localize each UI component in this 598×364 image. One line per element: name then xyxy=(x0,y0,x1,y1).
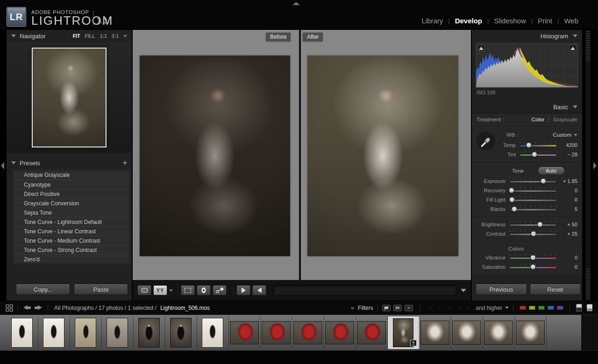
snapshot-dropdown[interactable] xyxy=(273,285,457,296)
slider-value[interactable]: − 28 xyxy=(557,152,577,157)
slider-value[interactable]: + 1.85 xyxy=(557,178,577,184)
slider-value[interactable]: 0 xyxy=(557,197,577,203)
presets-header[interactable]: Presets + xyxy=(7,157,132,169)
collapse-top-panel-arrow-icon[interactable] xyxy=(292,2,300,5)
right-panel-scrollbar[interactable] xyxy=(585,30,591,301)
slider-value[interactable]: 0 xyxy=(557,255,577,260)
paste-button[interactable]: Paste xyxy=(74,284,128,295)
slider-track[interactable] xyxy=(520,154,557,156)
basic-header[interactable]: Basic xyxy=(472,101,582,113)
chevrons-icon[interactable]: » xyxy=(351,304,354,311)
filter-toggle-switch-icon[interactable] xyxy=(576,304,582,312)
copy-button[interactable]: Copy... xyxy=(16,284,70,295)
module-slideshow[interactable]: Slideshow xyxy=(493,17,527,25)
color-label-swatch[interactable] xyxy=(520,306,526,310)
slider-track[interactable] xyxy=(509,189,557,192)
slider-value[interactable]: + 25 xyxy=(557,231,577,237)
color-label-swatch[interactable] xyxy=(538,306,545,310)
disclosure-triangle-icon[interactable] xyxy=(573,105,577,108)
filmstrip-thumbnail[interactable] xyxy=(134,316,165,349)
filmstrip-thumbnail[interactable] xyxy=(483,316,515,349)
navigator-preview-image[interactable] xyxy=(32,48,107,147)
filmstrip-thumbnail[interactable] xyxy=(7,316,38,349)
slider-track[interactable] xyxy=(509,199,557,202)
zoom-mode-fit[interactable]: FIT xyxy=(73,33,80,39)
filmstrip-panel-icon[interactable] xyxy=(587,304,592,311)
slider-thumb[interactable] xyxy=(509,197,515,203)
copy-settings-right-button[interactable] xyxy=(236,285,250,295)
flag-unflagged-filter-icon[interactable] xyxy=(393,305,402,311)
treatment-color-option[interactable]: Color xyxy=(532,117,544,122)
collapse-left-panel-arrow-icon[interactable] xyxy=(1,162,4,169)
breadcrumb[interactable]: All Photographs / 17 photos / 1 selected… xyxy=(54,305,210,311)
flag-rejected-filter-icon[interactable]: ✕ xyxy=(405,305,413,311)
preset-item[interactable]: Tone Curve - Lightroom Default xyxy=(14,217,129,226)
filmstrip-thumbnail[interactable] xyxy=(229,316,261,349)
before-photo[interactable] xyxy=(140,56,290,256)
recovery-slider-row[interactable]: Recovery 0 xyxy=(472,186,582,195)
slider-value[interactable]: 0 xyxy=(557,188,577,193)
white-balance-dropper-button[interactable] xyxy=(477,132,495,150)
filmstrip-thumbnail[interactable]: ± xyxy=(388,316,420,349)
brightness-slider-row[interactable]: Brightness + 50 xyxy=(472,220,582,229)
temp-slider-row[interactable]: Temp 4200 xyxy=(495,140,582,150)
vibrance-slider-row[interactable]: Vibrance 0 xyxy=(472,253,582,262)
slider-thumb[interactable] xyxy=(531,231,536,237)
slider-value[interactable]: + 50 xyxy=(557,222,577,227)
loupe-view-button[interactable] xyxy=(137,285,151,295)
breadcrumb-source[interactable]: All Photographs / 17 photos / 1 selected… xyxy=(54,305,157,311)
disclosure-triangle-icon[interactable] xyxy=(11,35,16,37)
module-web[interactable]: Web xyxy=(563,17,579,25)
disclosure-triangle-icon[interactable] xyxy=(11,161,16,164)
slider-thumb[interactable] xyxy=(537,222,543,227)
navigator-preview[interactable] xyxy=(7,42,132,153)
slider-thumb[interactable] xyxy=(530,264,536,270)
filmstrip-thumbnail[interactable] xyxy=(292,316,324,349)
rating-rule-label[interactable]: and higher xyxy=(476,305,502,311)
color-label-swatch[interactable] xyxy=(557,306,563,310)
slider-thumb[interactable] xyxy=(509,188,514,193)
before-after-view-button[interactable]: YY xyxy=(153,285,167,295)
color-label-swatch[interactable] xyxy=(529,306,535,310)
saturation-slider-row[interactable]: Saturation 0 xyxy=(472,262,582,272)
zoom-mode-1-1[interactable]: 1:1 xyxy=(100,33,107,39)
slider-value[interactable]: 0 xyxy=(557,264,577,270)
filmstrip-thumbnail[interactable] xyxy=(197,316,229,349)
blacks-slider-row[interactable]: Blacks 5 xyxy=(472,204,582,214)
go-forward-button[interactable] xyxy=(34,305,42,310)
dropdown-chevron-icon[interactable] xyxy=(461,289,466,292)
histogram-canvas[interactable] xyxy=(476,43,578,88)
view-mode-chevron-icon[interactable] xyxy=(169,289,173,292)
color-label-swatch[interactable] xyxy=(548,306,554,310)
crop-overlay-button[interactable] xyxy=(181,285,195,295)
red-eye-button[interactable] xyxy=(197,285,211,295)
module-develop[interactable]: Develop xyxy=(454,17,483,25)
filmstrip-thumbnail[interactable] xyxy=(451,316,483,349)
filmstrip-thumbnail[interactable] xyxy=(261,316,292,349)
filmstrip-thumbnail[interactable] xyxy=(420,316,451,349)
shadow-clipping-indicator[interactable] xyxy=(477,45,485,51)
preset-item[interactable]: Zero'd xyxy=(14,254,129,264)
highlight-clipping-indicator[interactable] xyxy=(569,45,577,51)
flag-picked-filter-icon[interactable] xyxy=(382,305,391,311)
filmstrip-thumbnail[interactable] xyxy=(165,316,197,349)
preset-item[interactable]: Cyanotype xyxy=(14,180,129,189)
star-rating-filter[interactable]: · · · · · xyxy=(429,304,471,311)
slider-thumb[interactable] xyxy=(530,255,536,260)
slider-value[interactable]: 4200 xyxy=(557,142,577,148)
grid-view-icon[interactable] xyxy=(6,304,13,312)
filmstrip-thumbnail[interactable] xyxy=(38,316,70,349)
spot-removal-button[interactable] xyxy=(213,285,227,295)
add-preset-button[interactable]: + xyxy=(123,160,127,166)
copy-settings-left-button[interactable] xyxy=(252,285,266,295)
preset-item[interactable]: Sepia Tone xyxy=(14,208,129,217)
chevron-down-icon[interactable] xyxy=(123,35,127,37)
chevron-down-icon[interactable] xyxy=(505,307,509,309)
preset-item[interactable]: Direct Positive xyxy=(14,189,129,198)
adjustment-badge-icon[interactable]: ± xyxy=(410,340,417,346)
filmstrip-thumbnail[interactable] xyxy=(356,316,388,349)
preset-item[interactable]: Tone Curve - Strong Contrast xyxy=(14,245,129,254)
treatment-grayscale-option[interactable]: Grayscale xyxy=(553,117,577,122)
contrast-slider-row[interactable]: Contrast + 25 xyxy=(472,229,582,238)
disclosure-triangle-icon[interactable] xyxy=(573,35,577,37)
